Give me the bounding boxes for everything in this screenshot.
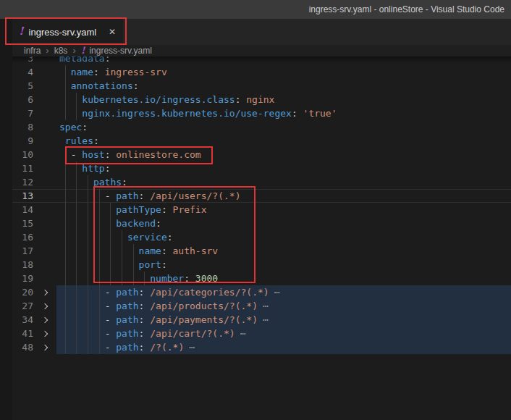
folded-region-ellipsis[interactable]: ⋯	[263, 314, 269, 325]
indent-guide	[65, 230, 66, 244]
line-number[interactable]: 48	[12, 340, 33, 354]
line-number[interactable]: 20	[12, 285, 33, 299]
indent-guide	[99, 285, 100, 299]
code-line-3[interactable]: 3metadata:	[12, 56, 511, 65]
code-text: name: auth-srv	[59, 244, 218, 258]
token-p: :	[93, 67, 105, 77]
breadcrumb-item-infra[interactable]: infra	[24, 46, 41, 56]
line-number[interactable]: 10	[12, 148, 33, 161]
token-s: nginx	[246, 94, 274, 105]
indent-guide	[110, 217, 111, 230]
fold-chevron-icon[interactable]	[39, 285, 52, 299]
tab-close-icon[interactable]: ✕	[109, 27, 116, 37]
folded-region-ellipsis[interactable]: ⋯	[274, 287, 281, 298]
code-text: - path: /api/products/?(.*)⋯	[59, 299, 269, 313]
fold-spacer	[39, 120, 52, 134]
fold-chevron-icon[interactable]	[39, 313, 52, 327]
line-number[interactable]: 34	[12, 313, 33, 327]
token-p: -	[105, 287, 117, 298]
line-number[interactable]: 15	[12, 217, 33, 230]
indent-guide	[76, 189, 77, 203]
code-line-27[interactable]: 27 - path: /api/products/?(.*)⋯	[12, 299, 511, 313]
indent-guide	[99, 299, 100, 313]
indent-guide	[76, 272, 77, 285]
code-line-17[interactable]: 17 name: auth-srv	[12, 244, 511, 258]
token-p: :	[105, 163, 111, 174]
code-line-18[interactable]: 18 port:	[12, 258, 511, 272]
token-k: rules	[65, 135, 93, 146]
token-k: host	[82, 149, 104, 160]
fold-spacer	[39, 217, 52, 230]
indent-guide	[88, 299, 88, 313]
breadcrumb-item-file[interactable]: ingress-srv.yaml	[89, 46, 151, 56]
line-number[interactable]: 16	[12, 230, 33, 244]
line-number[interactable]: 14	[12, 203, 33, 217]
line-number[interactable]: 3	[12, 56, 33, 65]
fold-chevron-icon[interactable]	[39, 299, 52, 313]
line-number[interactable]: 12	[12, 175, 33, 189]
token-p: :	[167, 232, 173, 243]
indent-guide	[133, 258, 134, 272]
code-line-10[interactable]: 10 - host: onlinestore.com	[12, 148, 511, 161]
line-number[interactable]: 18	[12, 258, 33, 272]
code-line-15[interactable]: 15 backend:	[12, 217, 511, 230]
token-p: :	[161, 204, 173, 215]
code-line-20[interactable]: 20 - path: /api/categories/?(.*)⋯	[12, 285, 511, 299]
line-number[interactable]: 27	[12, 299, 33, 313]
code-line-12[interactable]: 12 paths:	[12, 175, 511, 189]
chevron-right-icon: ›	[72, 45, 75, 56]
code-text: metadata:	[59, 56, 110, 65]
code-text: - path: /api/cart/?(.*)⋯	[59, 327, 246, 340]
fold-chevron-icon[interactable]	[39, 340, 52, 354]
indent-guide	[76, 313, 77, 327]
line-number[interactable]: 7	[12, 106, 33, 120]
token-s: /api/categories/?(.*)	[150, 287, 269, 298]
indent-guide	[99, 244, 100, 258]
indent-guide	[99, 327, 100, 340]
fold-spacer	[39, 148, 52, 161]
line-number[interactable]: 19	[12, 272, 33, 285]
line-number[interactable]: 11	[12, 161, 33, 175]
line-number[interactable]: 4	[12, 65, 33, 79]
folded-region-ellipsis[interactable]: ⋯	[240, 328, 247, 339]
code-line-14[interactable]: 14 pathType: Prefix	[12, 203, 511, 217]
line-number[interactable]: 6	[12, 93, 33, 106]
code-line-4[interactable]: 4 name: ingress-srv	[12, 65, 511, 79]
code-line-8[interactable]: 8spec:	[12, 120, 511, 134]
indent-guide	[65, 203, 66, 217]
tab-ingress-srv-yaml[interactable]: ! ingress-srv.yaml ✕	[12, 19, 123, 45]
folded-region-ellipsis[interactable]: ⋯	[263, 301, 269, 311]
code-line-19[interactable]: 19 number: 3000	[12, 272, 511, 285]
indent-guide	[65, 340, 66, 354]
code-line-13[interactable]: 13 - path: /api/users/?(.*)	[12, 189, 511, 203]
token-p: :	[139, 314, 151, 325]
code-line-48[interactable]: 48 - path: /?(.*)⋯	[12, 340, 511, 354]
code-line-9[interactable]: 9 rules:	[12, 134, 511, 148]
fold-chevron-icon[interactable]	[39, 327, 52, 340]
indent-guide	[76, 203, 77, 217]
code-line-6[interactable]: 6 kubernetes.io/ingress.class: nginx	[12, 93, 511, 106]
code-lines: 3metadata:4 name: ingress-srv5 annotatio…	[12, 56, 511, 354]
code-line-34[interactable]: 34 - path: /api/payments/?(.*)⋯	[12, 313, 511, 327]
token-k: http	[82, 163, 104, 174]
token-p: :	[122, 177, 127, 188]
code-line-11[interactable]: 11 http:	[12, 161, 511, 175]
line-number[interactable]: 5	[12, 79, 33, 93]
indent-guide	[76, 244, 77, 258]
indent-guide	[65, 175, 66, 189]
fold-spacer	[39, 272, 52, 285]
code-line-5[interactable]: 5 annotations:	[12, 79, 511, 93]
folded-region-ellipsis[interactable]: ⋯	[189, 342, 195, 353]
code-line-41[interactable]: 41 - path: /api/cart/?(.*)⋯	[12, 327, 511, 340]
breadcrumb-item-k8s[interactable]: k8s	[54, 46, 68, 56]
line-number[interactable]: 8	[12, 120, 33, 134]
line-number[interactable]: 9	[12, 134, 33, 148]
code-text: kubernetes.io/ingress.class: nginx	[59, 93, 274, 106]
line-number[interactable]: 17	[12, 244, 33, 258]
line-number[interactable]: 41	[12, 327, 33, 340]
code-line-16[interactable]: 16 service:	[12, 230, 511, 244]
line-number[interactable]: 13	[12, 189, 33, 203]
indent-guide	[88, 340, 88, 354]
code-line-7[interactable]: 7 nginx.ingress.kubernetes.io/use-regex:…	[12, 106, 511, 120]
title-bar: ingress-srv.yaml - onlineStore - Visual …	[0, 0, 511, 19]
